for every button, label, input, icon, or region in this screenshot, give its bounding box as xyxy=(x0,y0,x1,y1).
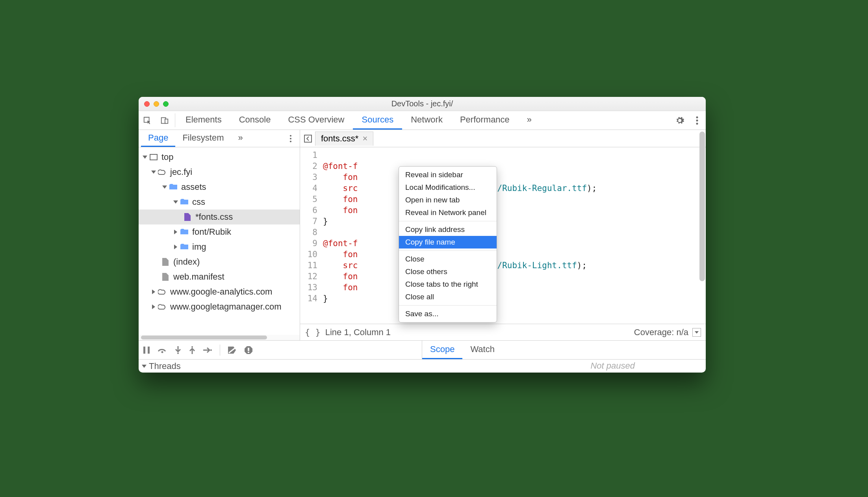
code-editor[interactable]: 1234567891011121314 @font-f fon src Rubi… xyxy=(300,147,706,324)
pause-icon[interactable] xyxy=(143,347,150,354)
tree-webmanifest[interactable]: web.manifest xyxy=(139,269,300,284)
svg-point-13 xyxy=(177,352,179,354)
tree-ga[interactable]: www.google-analytics.com xyxy=(139,284,300,299)
devtools-window: DevTools - jec.fyi/ Elements Console CSS… xyxy=(139,97,706,373)
toggle-navigator-icon[interactable] xyxy=(302,135,313,143)
pause-on-exceptions-icon[interactable] xyxy=(245,346,252,354)
line-gutter: 1234567891011121314 xyxy=(300,147,321,324)
tree-top[interactable]: top xyxy=(139,150,300,165)
ctx-close[interactable]: Close xyxy=(399,253,497,265)
ctx-reveal-sidebar[interactable]: Reveal in sidebar xyxy=(399,169,497,181)
device-toolbar-icon[interactable] xyxy=(156,111,173,130)
deactivate-breakpoints-icon[interactable] xyxy=(228,347,237,354)
svg-rect-1 xyxy=(165,119,168,123)
file-tab-fontscss[interactable]: fonts.css* × xyxy=(315,132,373,146)
tree-fonts-css[interactable]: *fonts.css xyxy=(139,210,300,224)
navigator-panel: Page Filesystem » top jec.fyi assets css… xyxy=(139,130,300,340)
panel-tabs: Elements Console CSS Overview Sources Ne… xyxy=(177,111,540,130)
tree-domain[interactable]: jec.fyi xyxy=(139,165,300,180)
tab-console[interactable]: Console xyxy=(230,111,280,130)
kebab-menu-icon[interactable] xyxy=(688,111,706,130)
tab-performance[interactable]: Performance xyxy=(451,111,518,130)
ctx-close-all[interactable]: Close all xyxy=(399,291,497,303)
svg-rect-9 xyxy=(304,135,312,142)
svg-rect-17 xyxy=(248,352,249,353)
nav-horizontal-scrollbar[interactable] xyxy=(139,335,300,340)
pretty-print-icon[interactable]: { } xyxy=(305,327,321,337)
ctx-close-others[interactable]: Close others xyxy=(399,265,497,278)
tree-assets[interactable]: assets xyxy=(139,180,300,195)
svg-point-6 xyxy=(290,137,291,139)
ctx-copy-link[interactable]: Copy link address xyxy=(399,223,497,236)
dbg-tab-watch[interactable]: Watch xyxy=(462,341,503,359)
navtab-filesystem[interactable]: Filesystem xyxy=(175,130,231,147)
step-into-icon[interactable] xyxy=(175,346,181,354)
coverage-toggle-icon[interactable] xyxy=(692,328,701,337)
svg-point-3 xyxy=(696,119,698,121)
step-icon[interactable] xyxy=(203,347,212,353)
tab-context-menu: Reveal in sidebar Local Modifications...… xyxy=(399,166,497,323)
window-titlebar: DevTools - jec.fyi/ xyxy=(139,97,706,111)
editor-statusbar: { } Line 1, Column 1 Coverage: n/a xyxy=(300,324,706,340)
svg-point-7 xyxy=(290,141,291,142)
svg-rect-16 xyxy=(248,348,249,351)
navtab-overflow[interactable]: » xyxy=(231,130,250,147)
svg-rect-10 xyxy=(143,347,145,354)
ctx-local-mod[interactable]: Local Modifications... xyxy=(399,181,497,194)
source-panel: fonts.css* × 1234567891011121314 @font-f… xyxy=(300,130,706,340)
vertical-scrollbar[interactable] xyxy=(699,132,705,317)
nav-kebab-icon[interactable] xyxy=(284,130,297,147)
tab-sources[interactable]: Sources xyxy=(353,111,402,130)
ctx-open-new-tab[interactable]: Open in new tab xyxy=(399,194,497,206)
svg-point-2 xyxy=(696,116,698,118)
tree-index[interactable]: (index) xyxy=(139,254,300,269)
ctx-reveal-network[interactable]: Reveal in Network panel xyxy=(399,206,497,219)
ctx-save-as[interactable]: Save as... xyxy=(399,308,497,320)
navtab-page[interactable]: Page xyxy=(141,130,175,147)
svg-rect-8 xyxy=(150,154,157,160)
tab-elements[interactable]: Elements xyxy=(177,111,230,130)
devtools-toolbar: Elements Console CSS Overview Sources Ne… xyxy=(139,111,706,130)
tab-overflow[interactable]: » xyxy=(518,111,540,130)
coverage-label: Coverage: n/a xyxy=(634,327,688,338)
code-content: @font-f fon src Rubik/Rubik-Regular.ttf)… xyxy=(321,147,706,324)
svg-point-15 xyxy=(210,349,212,351)
close-tab-icon[interactable]: × xyxy=(362,134,367,144)
svg-point-5 xyxy=(290,135,291,136)
window-title: DevTools - jec.fyi/ xyxy=(139,99,706,108)
svg-point-12 xyxy=(161,351,163,353)
dbg-tab-scope[interactable]: Scope xyxy=(422,341,462,359)
ctx-close-right[interactable]: Close tabs to the right xyxy=(399,278,497,291)
ctx-copy-file-name[interactable]: Copy file name xyxy=(399,236,497,248)
not-paused-label: Not paused xyxy=(590,361,635,371)
svg-point-14 xyxy=(191,346,193,348)
tab-css-overview[interactable]: CSS Overview xyxy=(279,111,353,130)
tree-css[interactable]: css xyxy=(139,195,300,210)
debugger-toolbar: Scope Watch xyxy=(139,340,706,359)
file-tab-label: fonts.css* xyxy=(321,134,358,144)
file-tree: top jec.fyi assets css *fonts.css font/R… xyxy=(139,147,300,335)
svg-point-4 xyxy=(696,122,698,124)
inspect-element-icon[interactable] xyxy=(139,111,156,130)
tab-network[interactable]: Network xyxy=(402,111,451,130)
tree-font-rubik[interactable]: font/Rubik xyxy=(139,224,300,239)
tree-gtm[interactable]: www.googletagmanager.com xyxy=(139,299,300,314)
settings-gear-icon[interactable] xyxy=(671,111,688,130)
cursor-position: Line 1, Column 1 xyxy=(325,327,391,338)
step-over-icon[interactable] xyxy=(158,347,167,354)
svg-rect-11 xyxy=(148,347,150,354)
step-out-icon[interactable] xyxy=(189,346,195,354)
tree-img[interactable]: img xyxy=(139,239,300,254)
